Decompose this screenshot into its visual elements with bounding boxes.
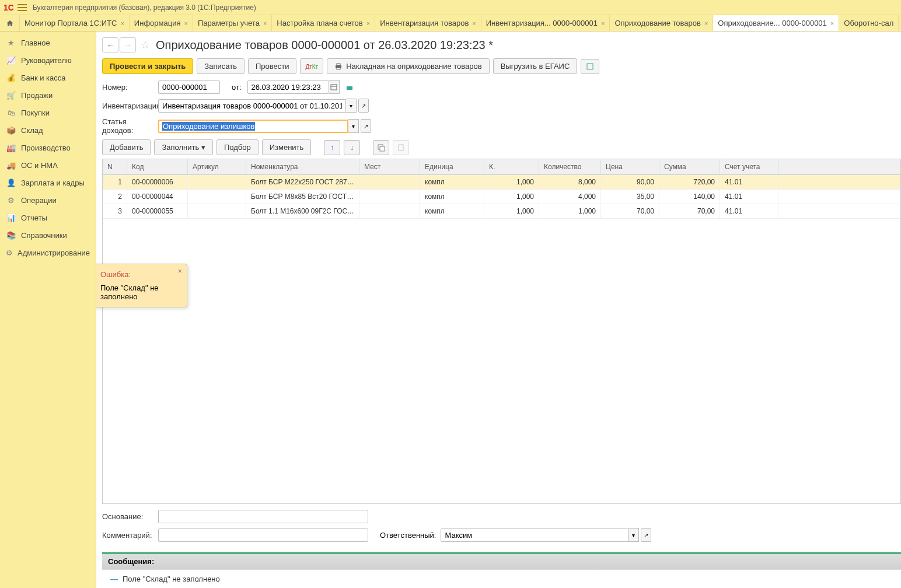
attach-button[interactable] [581,59,599,74]
fill-button[interactable]: Заполнить ▾ [154,139,212,155]
tab-close-icon[interactable]: × [830,20,834,27]
responsible-open[interactable]: ↗ [641,528,651,542]
debit-credit-button[interactable]: ДтКт [300,58,323,74]
sidebar-item-10[interactable]: 📊Отчеты [0,209,96,226]
save-button[interactable]: Записать [197,58,245,74]
tab-7[interactable]: Оприходование... 0000-000001× [713,15,839,31]
sidebar-item-9[interactable]: ⚙Операции [0,191,96,209]
error-popup: × Ошибка: Поле "Склад" не заполнено [96,264,187,307]
paste-button[interactable] [393,140,409,155]
tabs-bar: Монитор Портала 1С:ИТС×Информация×Параме… [0,15,901,32]
tab-close-icon[interactable]: × [704,20,708,27]
tab-close-icon[interactable]: × [120,20,124,27]
responsible-dropdown[interactable]: ▾ [628,528,639,542]
error-close-icon[interactable]: × [177,267,182,275]
inventory-row: Инвентаризация: ▾ ↗ [102,99,901,113]
tab-1[interactable]: Информация× [130,15,193,31]
forward-button[interactable]: → [120,37,136,52]
sidebar-item-2[interactable]: 💰Банк и касса [0,69,96,86]
tab-close-icon[interactable]: × [366,20,370,27]
sidebar-item-0[interactable]: ★Главное [0,34,96,51]
sidebar-item-6[interactable]: 🏭Производство [0,139,96,156]
sidebar-item-1[interactable]: 📈Руководителю [0,51,96,69]
tab-0[interactable]: Монитор Портала 1С:ИТС× [20,15,130,31]
col-qty[interactable]: Количество [539,159,601,174]
inventory-dropdown[interactable]: ▾ [346,99,357,113]
number-label: Номер: [102,83,158,92]
number-input[interactable] [158,80,220,94]
sidebar-item-8[interactable]: 👤Зарплата и кадры [0,174,96,191]
responsible-input[interactable] [441,528,628,542]
tab-4[interactable]: Инвентаризация товаров× [375,15,481,31]
income-dropdown[interactable]: ▾ [348,119,359,133]
post-and-close-button[interactable]: Провести и закрыть [102,58,193,74]
sidebar-icon: 👤 [6,178,16,187]
col-k[interactable]: К. [484,159,539,174]
sidebar-item-5[interactable]: 📦Склад [0,121,96,139]
print-invoice-button[interactable]: Накладная на оприходование товаров [327,58,489,74]
col-code[interactable]: Код [127,159,188,174]
inventory-open[interactable]: ↗ [358,99,369,113]
comment-input[interactable] [158,528,368,542]
tab-close-icon[interactable]: × [263,20,267,27]
tab-8[interactable]: Оборотно-сал [839,15,899,31]
col-nom[interactable]: Номенклатура [246,159,359,174]
sidebar-item-4[interactable]: 🛍Покупки [0,104,96,121]
svg-rect-4 [331,85,337,90]
tab-6[interactable]: Оприходование товаров× [610,15,713,31]
basis-label: Основание: [102,512,158,521]
income-open[interactable]: ↗ [361,119,371,133]
egais-button[interactable]: Выгрузить в ЕГАИС [493,58,578,74]
inventory-input[interactable] [158,99,346,113]
post-button[interactable]: Провести [248,58,297,74]
date-label: от: [232,83,242,92]
tab-5[interactable]: Инвентаризация... 0000-000001× [481,15,610,31]
table-row[interactable]: 300-00000055Болт 1.1 М16х600 09Г2С ГОСТ.… [103,204,900,219]
tab-close-icon[interactable]: × [184,20,187,27]
income-input[interactable]: Оприходование излишков [158,120,348,133]
tab-close-icon[interactable]: × [472,20,476,27]
sidebar-item-11[interactable]: 📚Справочники [0,226,96,244]
home-tab[interactable] [0,15,20,31]
back-button[interactable]: ← [102,37,118,52]
change-button[interactable]: Изменить [262,139,312,155]
sidebar-icon: 🏭 [6,143,16,152]
sidebar-item-3[interactable]: 🛒Продажи [0,86,96,104]
table-row[interactable]: 100-00000006Болт БСР М22х250 ГОСТ 2877..… [103,175,900,190]
sidebar-icon: 🚚 [6,160,16,170]
date-input[interactable] [247,80,329,94]
select-button[interactable]: Подбор [216,139,259,155]
tab-2[interactable]: Параметры учета× [193,15,272,31]
move-up-button[interactable]: ↑ [324,140,340,155]
tab-close-icon[interactable]: × [601,20,605,27]
col-acc[interactable]: Счет учета [720,159,778,174]
col-n[interactable]: N [103,159,127,174]
grid-body: 100-00000006Болт БСР М22х250 ГОСТ 2877..… [103,175,900,503]
info-icon: — [110,575,118,583]
add-button[interactable]: Добавить [102,139,151,155]
calendar-button[interactable] [329,80,340,94]
col-sum[interactable]: Сумма [659,159,720,174]
inventory-label: Инвентаризация: [102,102,158,110]
message-row[interactable]: — Поле "Склад" не заполнено [102,569,901,588]
sidebar-item-12[interactable]: ⚙Администрирование [0,244,96,261]
responsible-label: Ответственный: [380,531,436,540]
main-menu-icon[interactable] [18,4,27,11]
col-unit[interactable]: Единица [420,159,484,174]
col-place[interactable]: Мест [359,159,420,174]
sidebar-item-7[interactable]: 🚚ОС и НМА [0,156,96,174]
grid-header: N Код Артикул Номенклатура Мест Единица … [103,159,900,175]
col-price[interactable]: Цена [601,159,659,174]
svg-rect-6 [347,86,352,90]
favorite-icon[interactable]: ☆ [141,38,150,51]
table-row[interactable]: 200-00000044Болт БСР М8х85 Вст20 ГОСТ ..… [103,190,900,204]
col-art[interactable]: Артикул [188,159,246,174]
move-down-button[interactable]: ↓ [344,140,360,155]
app-title: Бухгалтерия предприятия (базовая), редак… [33,4,256,12]
calendar-icon [330,83,337,90]
stamp-icon[interactable] [345,83,354,91]
tab-3[interactable]: Настройка плана счетов× [272,15,375,31]
copy-button[interactable] [373,140,389,155]
basis-input[interactable] [158,510,368,523]
app-logo: 1C [4,3,14,12]
